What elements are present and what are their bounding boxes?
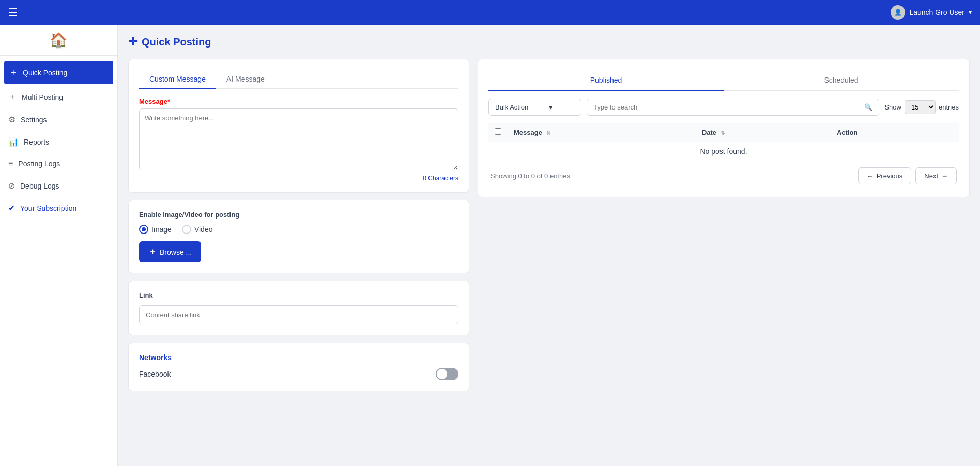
- sidebar-item-label: Settings: [21, 116, 47, 124]
- sort-icon-date: ⇅: [721, 130, 725, 136]
- video-radio-circle: [182, 225, 191, 234]
- bulk-action-label: Bulk Action: [495, 103, 528, 111]
- video-radio-option[interactable]: Video: [182, 225, 213, 234]
- message-card: Custom Message AI Message Message* 0 Cha…: [128, 59, 469, 193]
- image-radio-option[interactable]: Image: [139, 225, 172, 234]
- network-row-facebook: Facebook: [139, 368, 458, 380]
- sidebar-item-label: Debug Logs: [20, 182, 59, 190]
- hamburger-icon[interactable]: ☰: [8, 6, 18, 19]
- link-section-title: Link: [139, 291, 458, 299]
- gear-icon: ⚙: [8, 115, 16, 125]
- list-icon: ≡: [8, 159, 13, 168]
- search-input[interactable]: [593, 103, 860, 111]
- sidebar-item-settings[interactable]: ⚙ Settings: [0, 108, 117, 131]
- message-textarea[interactable]: [139, 108, 458, 170]
- link-input[interactable]: [139, 305, 458, 324]
- check-circle-icon: ✔: [8, 203, 15, 213]
- bulk-action-chevron-icon: ▾: [549, 103, 553, 111]
- user-menu[interactable]: 👤 Launch Gro User ▾: [891, 5, 972, 20]
- logo-icon: 🏠: [50, 32, 68, 49]
- sidebar-nav: ＋ Quick Posting ＋ Multi Posting ⚙ Settin…: [0, 56, 117, 223]
- main-content: ✛ Quick Posting Custom Message AI Messag…: [118, 25, 980, 466]
- image-radio-circle: [139, 225, 148, 234]
- facebook-toggle[interactable]: [436, 368, 458, 380]
- nav-left: ☰: [8, 6, 18, 19]
- search-icon: 🔍: [864, 103, 872, 111]
- message-tabs: Custom Message AI Message: [139, 70, 458, 89]
- char-count: 0 Characters: [139, 175, 458, 182]
- chevron-down-icon: ▾: [969, 9, 972, 16]
- previous-arrow-icon: ←: [867, 172, 874, 180]
- sidebar-item-posting-logs[interactable]: ≡ Posting Logs: [0, 153, 117, 175]
- top-navigation: ☰ 👤 Launch Gro User ▾: [0, 0, 980, 25]
- table-header-checkbox: [488, 123, 508, 142]
- table-header-message: Message ⇅: [508, 123, 696, 142]
- tab-ai-message[interactable]: AI Message: [216, 70, 275, 89]
- select-all-checkbox[interactable]: [495, 128, 501, 135]
- user-label: Launch Gro User: [909, 8, 964, 17]
- content-columns: Custom Message AI Message Message* 0 Cha…: [128, 59, 970, 391]
- sidebar-logo: 🏠: [0, 25, 117, 56]
- message-field-label: Message*: [139, 98, 458, 105]
- browse-button[interactable]: ＋ Browse ...: [139, 241, 201, 262]
- multi-plus-icon: ＋: [8, 91, 17, 102]
- page-header: ✛ Quick Posting: [128, 35, 970, 49]
- pagination-buttons: ← Previous Next →: [858, 167, 957, 184]
- panel-tabs: Published Scheduled: [488, 70, 959, 91]
- posts-table: Message ⇅ Date ⇅ Action: [488, 123, 959, 161]
- network-name-facebook: Facebook: [139, 370, 171, 378]
- next-button[interactable]: Next →: [915, 167, 957, 184]
- sidebar-item-label: Your Subscription: [20, 204, 76, 212]
- empty-row: No post found.: [488, 142, 959, 161]
- page-title: Quick Posting: [142, 36, 211, 48]
- page-header-plus-icon: ✛: [128, 35, 137, 49]
- show-label: Show: [884, 103, 901, 111]
- debug-icon: ⊘: [8, 181, 15, 191]
- media-card: Enable Image/Video for posting Image Vid…: [128, 200, 469, 273]
- table-footer: Showing 0 to 0 of 0 entries ← Previous N…: [488, 161, 959, 187]
- tab-custom-message[interactable]: Custom Message: [139, 70, 216, 89]
- media-radio-group: Image Video: [139, 225, 458, 234]
- chart-icon: 📊: [8, 137, 19, 147]
- link-card: Link: [128, 281, 469, 335]
- previous-button[interactable]: ← Previous: [858, 167, 912, 184]
- networks-card: Networks Facebook: [128, 343, 469, 391]
- sidebar-item-quick-posting[interactable]: ＋ Quick Posting: [4, 61, 113, 84]
- no-post-message: No post found.: [488, 142, 959, 161]
- table-header-action: Action: [831, 123, 959, 142]
- posts-panel: Published Scheduled Bulk Action ▾ 🔍: [478, 59, 970, 197]
- media-section-title: Enable Image/Video for posting: [139, 211, 458, 219]
- panel-toolbar: Bulk Action ▾ 🔍 Show 15 25: [488, 99, 959, 116]
- showing-entries-text: Showing 0 to 0 of 0 entries: [491, 172, 570, 180]
- sidebar-item-label: Posting Logs: [18, 160, 60, 168]
- right-column: Published Scheduled Bulk Action ▾ 🔍: [478, 59, 970, 197]
- search-input-wrap: 🔍: [587, 99, 879, 116]
- table-header-date: Date ⇅: [696, 123, 831, 142]
- tab-published[interactable]: Published: [488, 70, 724, 91]
- browse-plus-icon: ＋: [148, 246, 157, 257]
- sidebar-item-label: Quick Posting: [23, 69, 67, 77]
- next-arrow-icon: →: [941, 172, 948, 180]
- user-avatar-icon: 👤: [891, 5, 905, 20]
- show-entries: Show 15 25 50 100 entries: [884, 100, 959, 114]
- sidebar-item-debug-logs[interactable]: ⊘ Debug Logs: [0, 175, 117, 197]
- bulk-action-dropdown[interactable]: Bulk Action ▾: [488, 99, 581, 116]
- video-radio-label: Video: [194, 225, 213, 234]
- image-radio-label: Image: [151, 225, 172, 234]
- sidebar-item-your-subscription[interactable]: ✔ Your Subscription: [0, 197, 117, 219]
- sidebar-item-label: Multi Posting: [22, 93, 63, 101]
- entries-select[interactable]: 15 25 50 100: [905, 100, 936, 114]
- plus-icon: ＋: [9, 67, 18, 78]
- sidebar-item-multi-posting[interactable]: ＋ Multi Posting: [0, 85, 117, 108]
- entries-label: entries: [939, 103, 959, 111]
- sidebar-item-label: Reports: [24, 138, 49, 146]
- sidebar-item-reports[interactable]: 📊 Reports: [0, 131, 117, 153]
- tab-scheduled[interactable]: Scheduled: [724, 70, 959, 91]
- left-column: Custom Message AI Message Message* 0 Cha…: [128, 59, 469, 391]
- sidebar: 🏠 ＋ Quick Posting ＋ Multi Posting ⚙ Sett…: [0, 25, 118, 466]
- sort-icon-message: ⇅: [546, 130, 550, 136]
- networks-title: Networks: [139, 353, 458, 362]
